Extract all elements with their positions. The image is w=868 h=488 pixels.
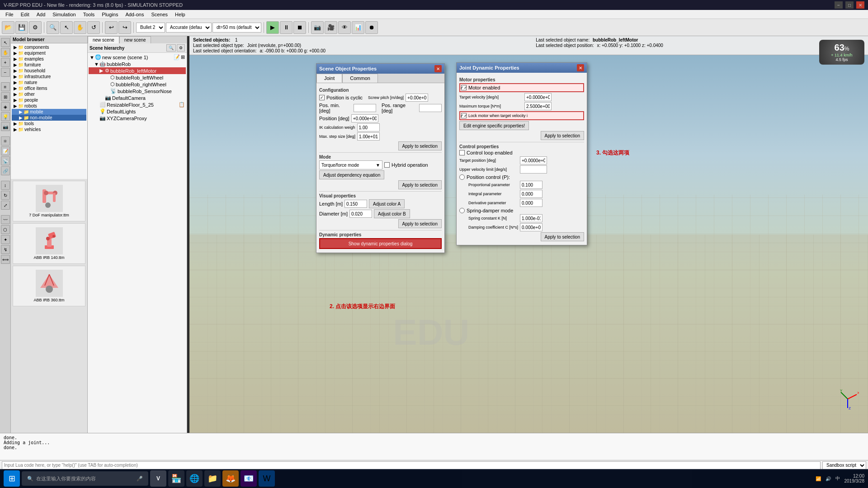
tb-cam2[interactable]: 🎥 — [325, 21, 337, 34]
upper-vel-input[interactable] — [520, 165, 547, 174]
adj-color-a-button[interactable]: Adjust color A — [369, 199, 405, 208]
menu-simulation[interactable]: Simulation — [49, 10, 79, 19]
ctrl-loop-checkbox[interactable] — [459, 150, 465, 155]
hier-defaultcam[interactable]: 📷 DefaultCamera — [89, 94, 186, 101]
hier-camproxy[interactable]: 📷 XYZCameraProxy — [89, 115, 186, 122]
tb-graph[interactable]: 📊 — [352, 21, 364, 34]
icon-shape[interactable]: ⬡ — [1, 225, 10, 234]
tb-record[interactable]: ⏺ — [365, 21, 378, 34]
menu-scenes[interactable]: Scenes — [147, 10, 171, 19]
jdp-apply1-button[interactable]: Apply to selection — [541, 131, 584, 140]
sop-tab-joint[interactable]: Joint — [316, 74, 342, 83]
menu-addons[interactable]: Add-ons — [122, 10, 147, 19]
hier-sensornose[interactable]: 📡 bubbleRob_SensorNose — [89, 88, 186, 94]
maximize-button[interactable]: □ — [845, 1, 854, 9]
viewport[interactable]: EDU Selected objects: 1 Last selected ob… — [189, 36, 868, 433]
adj-color-b-button[interactable]: Adjust color B — [374, 209, 410, 218]
motor-enabled-checkbox[interactable]: ✓ — [461, 85, 467, 90]
prop-param-input[interactable] — [520, 181, 542, 189]
windows-start-button[interactable]: ⊞ — [4, 470, 20, 487]
taskbar-search[interactable]: 🔍 在这里输入你要搜索的内容 🎤 — [22, 471, 148, 486]
sop-apply2-button[interactable]: Apply to selection — [398, 180, 442, 189]
jdp-apply2-button[interactable]: Apply to selection — [541, 232, 584, 241]
icon-scale[interactable]: ⤢ — [1, 201, 10, 210]
folder-vehicles[interactable]: ▶ 📁 vehicles — [12, 127, 86, 132]
icon-grid[interactable]: ⊞ — [1, 92, 10, 101]
hier-leftwheel[interactable]: ⬡ bubbleRob_leftWheel — [89, 74, 186, 81]
tb-select[interactable]: ↖ — [60, 21, 73, 34]
sop-apply3-button[interactable]: Apply to selection — [398, 219, 442, 228]
tb-settings[interactable]: ⚙ — [29, 21, 42, 34]
edit-engine-button[interactable]: Edit engine specific properties! — [459, 121, 529, 130]
hier-leftmotor[interactable]: ▶ ⚙ bubbleRob_leftMotor — [89, 67, 186, 74]
menu-tools[interactable]: Tools — [80, 10, 99, 19]
menu-edit[interactable]: Edit — [17, 10, 33, 19]
icon-light[interactable]: 💡 — [1, 112, 10, 121]
pos-cyclic-checkbox[interactable] — [319, 95, 325, 100]
model-abb360[interactable]: ABB IRB 360.ttm — [13, 266, 85, 306]
ik-weight-input[interactable] — [357, 123, 380, 131]
sop-tab-common[interactable]: Common — [342, 74, 378, 83]
adjust-dep-button[interactable]: Adjust dependency equation — [319, 170, 384, 179]
folder-non-mobile[interactable]: ▶ 📁 non-mobile — [12, 115, 86, 121]
icon-rotate-obj[interactable]: ↻ — [1, 191, 10, 200]
hier-scene[interactable]: ▼ 🌐 new scene (scene 1) 📝 ⊞ — [89, 54, 186, 61]
pos-min-input[interactable] — [354, 104, 376, 112]
taskbar-app-purple[interactable]: 📧 — [241, 470, 257, 487]
taskbar-app-files[interactable]: 📁 — [204, 470, 221, 487]
menu-plugins[interactable]: Plugins — [98, 10, 122, 19]
icon-zoom-in[interactable]: + — [1, 58, 10, 67]
tb-undo[interactable]: ↩ — [105, 21, 118, 34]
hybrid-checkbox[interactable] — [384, 162, 390, 168]
icon-physics[interactable]: ⚛ — [1, 136, 10, 145]
accuracy-dropdown[interactable]: Accurate (defau — [166, 23, 212, 33]
tb-eye[interactable]: 👁 — [338, 21, 351, 34]
tb-open[interactable]: 📂 — [2, 21, 14, 34]
tb-save[interactable]: 💾 — [15, 21, 28, 34]
icon-dummy[interactable]: ✦ — [1, 235, 10, 244]
target-pos-input[interactable] — [520, 156, 547, 164]
folder-examples[interactable]: ▶ 📁 examples — [12, 56, 86, 62]
mode-dropdown[interactable]: Torque/force mode ▼ — [319, 160, 382, 169]
tb-move[interactable]: ✋ — [74, 21, 86, 34]
stop-button[interactable]: ⏹ — [293, 21, 306, 34]
lock-motor-checkbox[interactable]: ✓ — [461, 113, 467, 118]
scene-search-btn[interactable]: 🔍 — [166, 44, 176, 52]
icon-script[interactable]: 📝 — [1, 146, 10, 155]
play-button[interactable]: ▶ — [266, 21, 279, 34]
scene-tab-2[interactable]: new scene — [119, 36, 151, 43]
scene-object-properties-dialog[interactable]: Scene Object Properties ✕ Joint Common C… — [316, 63, 445, 253]
icon-cam[interactable]: 📷 — [1, 122, 10, 131]
folder-office[interactable]: ▶ 📁 office items — [12, 85, 86, 91]
tb-zoom[interactable]: 🔍 — [47, 21, 59, 34]
damping-input[interactable] — [520, 223, 542, 231]
hier-bubblerob[interactable]: ▼ 🤖 bubbleRob — [89, 61, 186, 67]
close-button[interactable]: ✕ — [856, 1, 864, 9]
screw-pitch-input[interactable] — [406, 94, 428, 102]
position-input[interactable] — [351, 114, 378, 122]
sop-apply1-button[interactable]: Apply to selection — [398, 141, 442, 150]
menu-add[interactable]: Add — [33, 10, 49, 19]
taskbar-clock[interactable]: 12:00 2019/3/28 — [844, 474, 865, 483]
minimize-button[interactable]: − — [835, 1, 843, 9]
icon-zoom-out[interactable]: − — [1, 68, 10, 77]
script-type-dropdown[interactable]: Sandbox script — [822, 461, 866, 469]
icon-layers[interactable]: ≡ — [1, 82, 10, 91]
icon-joint[interactable]: 🔗 — [1, 166, 10, 175]
hier-rightwheel[interactable]: ⬡ bubbleRob_rightWheel — [89, 81, 186, 88]
show-dynamic-dialog-button[interactable]: Show dynamic properties dialog — [319, 238, 442, 249]
folder-mobile[interactable]: ▶ 📁 mobile — [12, 109, 86, 115]
tb-cam1[interactable]: 📷 — [311, 21, 324, 34]
sop-close-button[interactable]: ✕ — [434, 65, 442, 72]
int-param-input[interactable] — [520, 190, 542, 198]
model-7dof[interactable]: 7 DoF manipulator.ttm — [13, 181, 85, 221]
icon-render[interactable]: ◈ — [1, 102, 10, 111]
icon-pointer[interactable]: ↖ — [1, 38, 10, 47]
scene-content[interactable]: ▼ 🌐 new scene (scene 1) 📝 ⊞ ▼ 🤖 bubbleRo… — [88, 53, 187, 433]
menu-help[interactable]: Help — [171, 10, 189, 19]
icon-path[interactable]: 〰 — [1, 215, 10, 224]
length-input[interactable] — [344, 200, 367, 208]
tb-rotate[interactable]: ↺ — [87, 21, 100, 34]
folder-equipment[interactable]: ▶ 📁 equipment — [12, 50, 86, 56]
folder-furniture[interactable]: ▶ 📁 furniture — [12, 62, 86, 68]
